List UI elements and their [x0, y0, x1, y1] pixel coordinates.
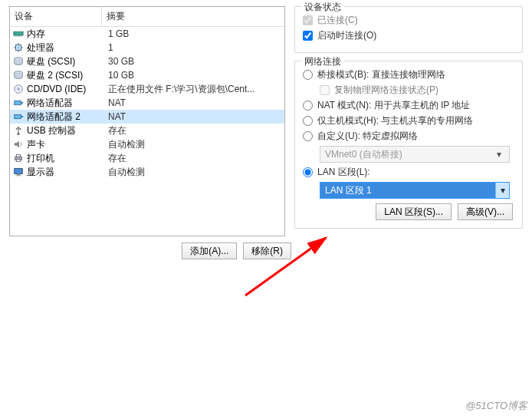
col-device[interactable]: 设备 [10, 7, 102, 26]
bridged-row[interactable]: 桥接模式(B): 直接连接物理网络 [303, 68, 514, 81]
device-name: USB 控制器 [27, 124, 76, 137]
host-only-radio[interactable] [303, 116, 313, 126]
network-connection-group: 网络连接 桥接模式(B): 直接连接物理网络 复制物理网络连接状态(P) NAT… [294, 61, 523, 229]
device-name: 硬盘 (SCSI) [27, 55, 75, 68]
nat-label[interactable]: NAT 模式(N): 用于共享主机的 IP 地址 [317, 99, 470, 112]
cd-icon [13, 84, 24, 94]
device-table-body: 内存1 GB处理器1硬盘 (SCSI)30 GB硬盘 2 (SCSI)10 GB… [10, 27, 284, 236]
lan-segment-radio[interactable] [303, 167, 313, 177]
device-summary: 存在 [103, 124, 281, 137]
device-table-header: 设备 摘要 [10, 7, 284, 27]
svg-rect-0 [14, 31, 23, 35]
table-row[interactable]: 网络适配器NAT [10, 96, 284, 110]
svg-rect-3 [17, 35, 18, 37]
device-name: 处理器 [27, 41, 54, 54]
custom-row[interactable]: 自定义(U): 特定虚拟网络 [303, 130, 514, 143]
remove-device-button[interactable]: 移除(R) [243, 242, 291, 259]
chevron-down-icon[interactable]: ▾ [495, 183, 509, 198]
device-status-group: 设备状态 已连接(C) 启动时连接(O) [294, 6, 523, 53]
custom-vmnet-dropdown: VMnet0 (自动桥接) ▾ [320, 146, 510, 163]
device-summary: 30 GB [103, 56, 281, 67]
lan-segment-dropdown[interactable]: LAN 区段 1 ▾ [320, 182, 510, 199]
custom-radio[interactable] [303, 131, 313, 141]
replicate-row: 复制物理网络连接状态(P) [320, 84, 514, 97]
device-name: 声卡 [27, 138, 45, 151]
svg-rect-28 [15, 169, 23, 174]
custom-vmnet-value: VMnet0 (自动桥接) [325, 148, 402, 161]
connect-at-start-checkbox[interactable] [303, 31, 313, 41]
table-row[interactable]: 网络适配器 2NAT [10, 110, 284, 124]
connected-label: 已连接(C) [317, 14, 358, 27]
svg-rect-24 [20, 128, 21, 130]
svg-rect-18 [21, 102, 24, 104]
nat-row[interactable]: NAT 模式(N): 用于共享主机的 IP 地址 [303, 99, 514, 112]
lan-segment-row[interactable]: LAN 区段(L): [303, 166, 514, 179]
device-summary: 自动检测 [103, 166, 281, 179]
svg-rect-30 [16, 175, 21, 176]
nat-radio[interactable] [303, 101, 313, 111]
device-name: 打印机 [27, 152, 54, 165]
table-row[interactable]: 硬盘 (SCSI)30 GB [10, 54, 284, 68]
replicate-checkbox [320, 85, 330, 95]
table-row[interactable]: 硬盘 2 (SCSI)10 GB [10, 68, 284, 82]
svg-rect-19 [15, 114, 21, 118]
device-summary: 1 [103, 42, 281, 53]
table-row[interactable]: 打印机存在 [10, 151, 284, 165]
add-device-button[interactable]: 添加(A)... [182, 242, 237, 259]
svg-rect-6 [21, 35, 22, 37]
sound-icon [13, 139, 24, 150]
svg-rect-2 [16, 35, 17, 37]
lan-segment-label[interactable]: LAN 区段(L): [317, 166, 370, 179]
svg-rect-5 [20, 35, 21, 37]
disk-icon [13, 56, 24, 67]
svg-rect-4 [18, 35, 19, 37]
lan-segments-button[interactable]: LAN 区段(S)... [376, 203, 452, 220]
svg-rect-29 [17, 174, 20, 176]
connected-checkbox [303, 15, 313, 25]
cpu-icon [13, 42, 24, 53]
device-summary: NAT [103, 111, 281, 122]
settings-panel: 设备状态 已连接(C) 启动时连接(O) 网络连接 桥接模式(B): 直接连接物… [294, 6, 523, 236]
device-summary: 1 GB [103, 28, 281, 39]
svg-rect-26 [16, 155, 20, 157]
connect-at-start-row[interactable]: 启动时连接(O) [303, 29, 514, 42]
table-row[interactable]: CD/DVD (IDE)正在使用文件 F:\学习\资源包\Cent... [10, 82, 284, 96]
device-name: 内存 [27, 28, 45, 41]
table-row[interactable]: 内存1 GB [10, 27, 284, 41]
bridged-label[interactable]: 桥接模式(B): 直接连接物理网络 [317, 68, 445, 81]
svg-rect-17 [15, 101, 21, 104]
device-summary: NAT [103, 97, 281, 108]
table-row[interactable]: 处理器1 [10, 41, 284, 54]
bridged-radio[interactable] [303, 70, 313, 80]
svg-rect-27 [16, 160, 20, 162]
host-only-label[interactable]: 仅主机模式(H): 与主机共享的专用网络 [317, 114, 473, 127]
table-row[interactable]: USB 控制器存在 [10, 124, 284, 137]
device-summary: 存在 [103, 152, 281, 165]
device-name: 网络适配器 2 [27, 111, 80, 124]
col-summary[interactable]: 摘要 [102, 7, 284, 26]
printer-icon [13, 153, 24, 163]
replicate-label: 复制物理网络连接状态(P) [334, 84, 438, 97]
svg-point-23 [16, 128, 18, 130]
device-summary: 正在使用文件 F:\学习\资源包\Cent... [103, 83, 281, 96]
watermark: @51CTO博客 [465, 399, 527, 413]
svg-rect-20 [21, 116, 24, 117]
table-row[interactable]: 声卡自动检测 [10, 137, 284, 151]
svg-point-16 [18, 88, 20, 91]
device-name: CD/DVD (IDE) [27, 84, 86, 94]
advanced-button[interactable]: 高级(V)... [458, 203, 513, 220]
usb-icon [13, 125, 24, 136]
connect-at-start-label[interactable]: 启动时连接(O) [317, 29, 376, 42]
device-name: 显示器 [27, 166, 54, 179]
table-row[interactable]: 显示器自动检测 [10, 165, 284, 179]
custom-label[interactable]: 自定义(U): 特定虚拟网络 [317, 130, 418, 143]
connected-row: 已连接(C) [303, 14, 514, 27]
device-name: 网络适配器 [27, 97, 73, 110]
svg-rect-8 [17, 46, 20, 49]
host-only-row[interactable]: 仅主机模式(H): 与主机共享的专用网络 [303, 114, 514, 127]
net-icon [13, 97, 24, 108]
memory-icon [13, 28, 24, 39]
device-list-panel: 设备 摘要 内存1 GB处理器1硬盘 (SCSI)30 GB硬盘 2 (SCSI… [9, 6, 285, 236]
disk-icon [13, 70, 24, 81]
device-summary: 自动检测 [103, 138, 281, 151]
